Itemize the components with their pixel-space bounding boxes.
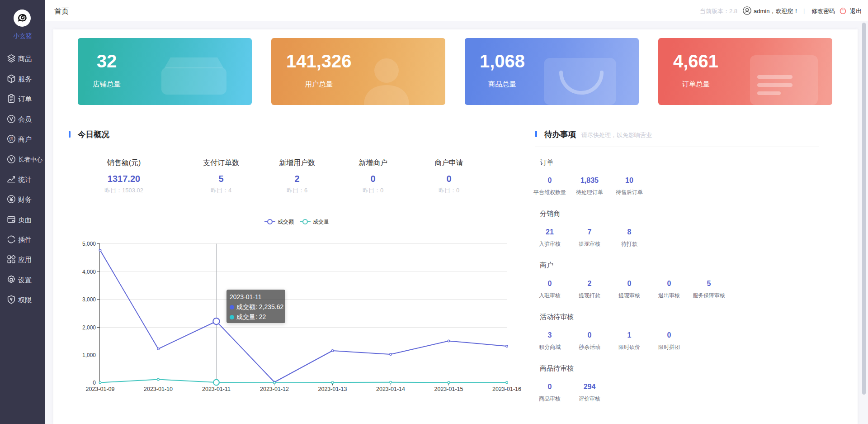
svg-text:1,000: 1,000 — [82, 352, 96, 358]
svg-text:2023-01-10: 2023-01-10 — [144, 386, 173, 392]
svg-text:2023-01-11: 2023-01-11 — [202, 386, 231, 392]
svg-text:2,000: 2,000 — [82, 324, 96, 331]
svg-text:3,000: 3,000 — [82, 296, 96, 303]
svg-text:2023-01-12: 2023-01-12 — [260, 386, 289, 392]
svg-text:2023-01-16: 2023-01-16 — [492, 386, 521, 392]
svg-text:4,000: 4,000 — [82, 269, 96, 275]
svg-text:2023-01-09: 2023-01-09 — [86, 386, 115, 392]
svg-text:0: 0 — [93, 380, 96, 386]
svg-text:供: 供 — [9, 136, 13, 141]
svg-text:5,000: 5,000 — [82, 241, 96, 247]
svg-text:2023-01-13: 2023-01-13 — [318, 386, 347, 392]
svg-text:2023-01-14: 2023-01-14 — [376, 386, 405, 392]
svg-text:2023-01-15: 2023-01-15 — [434, 386, 463, 392]
